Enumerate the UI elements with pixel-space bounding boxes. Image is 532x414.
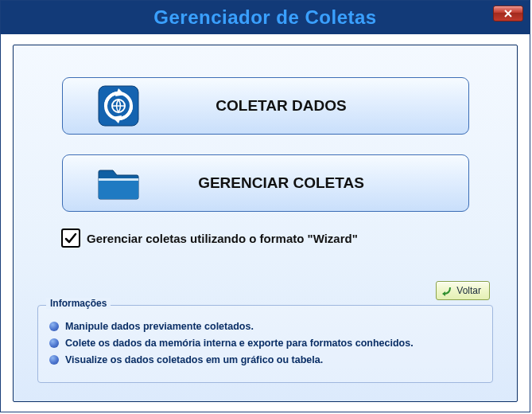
info-list: Manipule dados previamente coletados. Co… [49, 321, 481, 365]
info-item: Visualize os dados coletados em um gráfi… [49, 354, 481, 365]
collect-data-label: COLETAR DADOS [142, 97, 468, 115]
manage-collections-label: GERENCIAR COLETAS [142, 174, 468, 192]
info-item: Colete os dados da memória interna e exp… [49, 338, 481, 349]
bullet-icon [49, 355, 59, 365]
check-icon [64, 232, 77, 244]
back-button[interactable]: Voltar [436, 281, 490, 300]
window-frame: Gerenciador de Coletas [0, 0, 530, 412]
content-panel: COLETAR DADOS GERENCIAR COLETAS Gerencia… [13, 45, 518, 402]
manage-collections-button[interactable]: GERENCIAR COLETAS [62, 154, 469, 212]
info-legend: Informações [46, 298, 111, 309]
info-item: Manipule dados previamente coletados. [49, 321, 481, 332]
collect-data-button[interactable]: COLETAR DADOS [62, 77, 469, 135]
wizard-checkbox[interactable] [61, 228, 80, 248]
wizard-checkbox-row: Gerenciar coletas utilizando o formato "… [61, 228, 493, 248]
back-button-label: Voltar [456, 285, 481, 296]
info-item-text: Colete os dados da memória interna e exp… [65, 338, 414, 349]
svg-marker-8 [442, 291, 445, 296]
close-button[interactable] [493, 6, 523, 21]
info-groupbox: Informações Manipule dados previamente c… [37, 305, 493, 383]
back-arrow-icon [441, 285, 452, 296]
close-icon [503, 10, 513, 18]
info-item-text: Visualize os dados coletados em um gráfi… [65, 354, 323, 365]
svg-rect-7 [99, 178, 138, 181]
titlebar: Gerenciador de Coletas [1, 1, 530, 34]
refresh-globe-icon [95, 84, 142, 128]
window-title: Gerenciador de Coletas [153, 6, 376, 29]
bullet-icon [49, 322, 59, 331]
folder-icon [95, 161, 142, 205]
wizard-checkbox-label: Gerenciar coletas utilizando o formato "… [87, 232, 358, 245]
bullet-icon [49, 338, 59, 348]
info-item-text: Manipule dados previamente coletados. [65, 321, 254, 332]
